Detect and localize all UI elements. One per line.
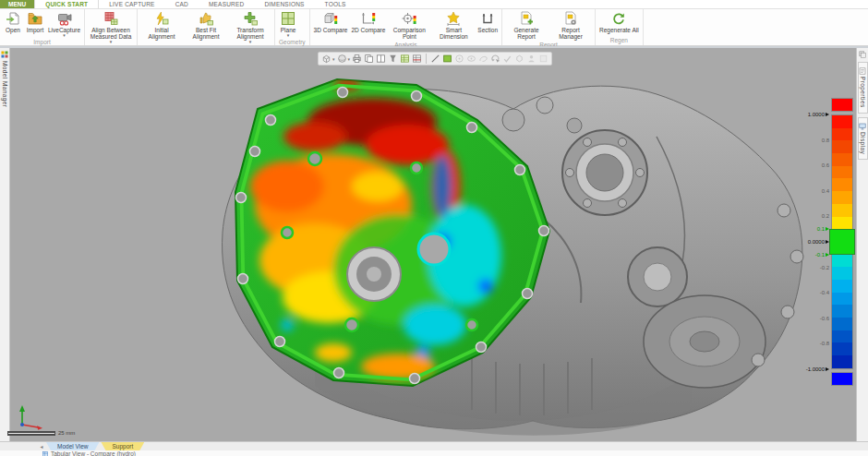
support-tab[interactable]: Support: [101, 442, 144, 450]
tab-dimensions[interactable]: DIMENSIONS: [254, 0, 314, 8]
scale-segment: [832, 342, 852, 355]
scale-segment: [832, 217, 852, 230]
scale-gradient-bar[interactable]: [831, 114, 853, 369]
scale-over-range-block: [831, 98, 853, 112]
scale-under-range-block: [831, 372, 853, 386]
scale-segment: [832, 255, 852, 268]
section-button[interactable]: Section: [476, 10, 500, 34]
transform-alignment-button[interactable]: Transform Alignment: [228, 10, 272, 44]
split-view-icon[interactable]: [375, 53, 387, 65]
comparison-point-button[interactable]: Comparison Point: [387, 10, 431, 41]
lasso-select-icon[interactable]: [477, 53, 489, 65]
group-label-regen: Regen: [596, 36, 643, 45]
best-fit-alignment-button[interactable]: Best Fit Alignment: [184, 10, 228, 41]
screen-capture-icon[interactable]: [351, 53, 363, 65]
ribbon-group-analysis: 3D Compare 2D Compare Comparison Point S…: [310, 9, 502, 45]
scale-segment: [832, 355, 852, 368]
ribbon-group-regen: Regenerate All Regen: [596, 9, 644, 45]
dropdown-caret-icon[interactable]: [249, 40, 252, 43]
render-mode-icon[interactable]: [336, 53, 348, 65]
user-select-icon[interactable]: [525, 53, 537, 65]
scale-tick--1.0000[interactable]: -1.0000: [806, 366, 829, 372]
section-icon: [480, 11, 495, 26]
scale-segment: [832, 280, 852, 293]
scale-tick-0.1[interactable]: 0.1: [817, 226, 829, 232]
scale-tick--0.2: -0.2: [820, 265, 829, 270]
dropdown-caret-icon[interactable]: ▾: [348, 56, 351, 62]
view-orientation-icon[interactable]: [320, 53, 332, 65]
ellipse-select-icon[interactable]: [465, 53, 477, 65]
left-panel-strip: Model Manager: [0, 48, 10, 441]
model-manager-tab[interactable]: Model Manager: [2, 61, 8, 107]
3d-compare-icon: [323, 11, 338, 26]
import-icon: [28, 11, 42, 26]
line-select-icon[interactable]: [429, 53, 441, 65]
initial-alignment-icon: [154, 11, 169, 26]
best-fit-alignment-icon: [199, 11, 213, 26]
smart-dimension-icon: [446, 11, 461, 26]
rotate-select-icon[interactable]: [489, 53, 501, 65]
dropdown-caret-icon[interactable]: [287, 33, 290, 37]
report-manager-button[interactable]: Report Manager: [549, 10, 593, 41]
scale-segment: [832, 267, 852, 280]
clear-select-icon[interactable]: [537, 53, 549, 65]
scale-tick-1.0000[interactable]: 1.0000: [808, 112, 829, 117]
scale-tick-0.2: 0.2: [822, 213, 829, 219]
circle-select-icon[interactable]: [453, 53, 465, 65]
scale-segment: [832, 318, 852, 330]
tab-measured[interactable]: MEASURED: [199, 0, 254, 8]
ribbon-group-alignment: Initial Alignment Best Fit Alignment Tra…: [138, 9, 275, 45]
tab-tools[interactable]: TOOLS: [315, 0, 356, 8]
properties-tab[interactable]: Properties: [858, 62, 868, 114]
ribbon-group-geometry: Plane Geometry: [275, 9, 310, 45]
dropdown-caret-icon[interactable]: [63, 33, 66, 37]
rectangle-select-icon[interactable]: [441, 53, 453, 65]
scale-tick-labels: 1.00000.80.60.40.20.10.0000-0.1-0.2-0.4-…: [789, 114, 831, 369]
smart-dimension-button[interactable]: Smart Dimension: [431, 10, 476, 41]
2d-compare-button[interactable]: 2D Compare: [349, 10, 387, 34]
table-compare-icon[interactable]: [411, 53, 423, 65]
align-between-measured-data-button[interactable]: Align Between Measured Data: [87, 10, 135, 44]
tab-quick-start[interactable]: QUICK START: [34, 0, 99, 8]
regenerate-all-button[interactable]: Regenerate All: [597, 10, 641, 34]
livecapture-button[interactable]: LiveCapture: [46, 10, 82, 38]
scale-tick-0.8: 0.8: [822, 138, 829, 143]
scale-tick-0.0000[interactable]: 0.0000: [808, 239, 829, 245]
dropdown-caret-icon[interactable]: ▾: [332, 56, 335, 62]
display-tab[interactable]: Display: [858, 117, 868, 160]
pick-filter-icon[interactable]: [387, 53, 399, 65]
plane-button[interactable]: Plane: [277, 10, 299, 38]
dropdown-caret-icon[interactable]: [110, 40, 113, 43]
scale-segment: [832, 293, 852, 306]
generate-report-button[interactable]: Generate Report: [504, 10, 549, 41]
viewport-toolbar: ▾▾: [318, 52, 552, 66]
report-manager-icon: [563, 11, 578, 26]
3d-viewport[interactable]: Model Manager Properties Display ▾▾ 1.00…: [0, 46, 868, 441]
copy-view-icon[interactable]: [363, 53, 375, 65]
transform-alignment-icon: [243, 11, 258, 26]
tab-scroll-left-icon[interactable]: [37, 442, 46, 450]
3d-compare-button[interactable]: 3D Compare: [312, 10, 350, 34]
scale-segment: [832, 166, 852, 179]
import-button[interactable]: Import: [24, 10, 46, 34]
scale-segment: [832, 191, 852, 204]
table-view-icon[interactable]: [399, 53, 411, 65]
scale-segment: [832, 330, 852, 343]
open-button[interactable]: Open: [2, 10, 24, 34]
ribbon-group-report: Generate Report Report Manager Report: [502, 9, 596, 45]
tab-live-capture[interactable]: LIVE CAPTURE: [99, 0, 164, 8]
model-canvas[interactable]: [10, 48, 856, 443]
model-view-tab[interactable]: Model View: [46, 442, 99, 450]
polygon-select-icon[interactable]: [513, 53, 525, 65]
menu-button[interactable]: MENU: [0, 0, 34, 8]
confirm-select-icon[interactable]: [501, 53, 513, 65]
plane-icon: [281, 11, 295, 26]
tabular-view-tab[interactable]: Tabular View - Compare (hydro): [51, 450, 136, 456]
tab-cad[interactable]: CAD: [165, 0, 199, 8]
scale-tick--0.1[interactable]: -0.1: [815, 252, 829, 258]
panel-capture-icon[interactable]: [859, 51, 866, 58]
ribbon-group-edit-scan: Align Between Measured Data Edit Scan: [85, 9, 138, 45]
ribbon-group-import: Open Import LiveCapture Import: [0, 9, 85, 45]
docked-tab-row: Tabular View - Compare (hydro): [0, 450, 868, 456]
initial-alignment-button[interactable]: Initial Alignment: [139, 10, 184, 41]
